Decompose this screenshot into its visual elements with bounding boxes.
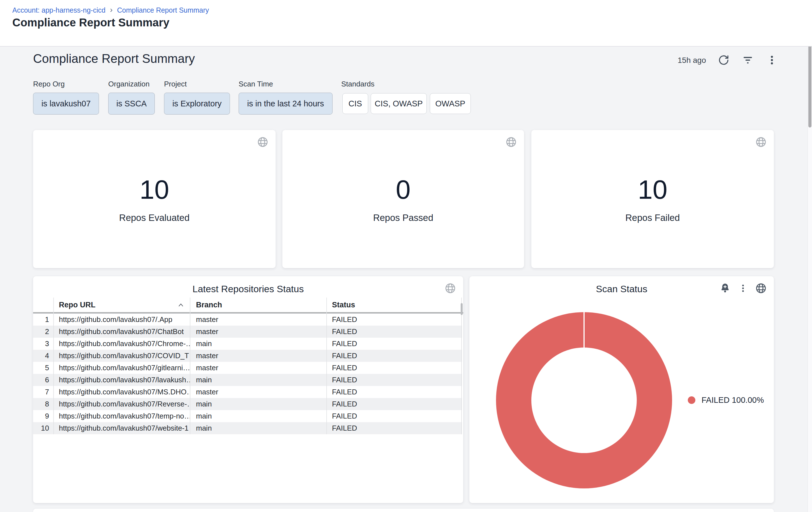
standards-option-cis-owasp[interactable]: CIS, OWASP: [371, 93, 427, 114]
tile-globe-button[interactable]: [755, 136, 767, 149]
tile-globe-button[interactable]: [257, 136, 269, 149]
stat-card-repos-failed: 10 Repos Failed: [531, 130, 774, 268]
breadcrumb-account-link[interactable]: Account: app-harness-ng-cicd: [12, 6, 106, 14]
globe-icon: [755, 136, 767, 149]
table-row[interactable]: 8https://github.com/lavakush07/Reverse-……: [33, 398, 462, 410]
filter-icon: [742, 54, 753, 66]
alert-bell-button[interactable]: [719, 282, 731, 295]
legend-item-failed[interactable]: FAILED 100.00%: [688, 396, 764, 405]
table-row[interactable]: 9https://github.com/lavakush07/temp-no…m…: [33, 410, 462, 422]
globe-icon: [505, 136, 517, 149]
scan-card-more-button[interactable]: [738, 282, 748, 295]
column-divider: [190, 298, 191, 434]
row-number-cell: 7: [33, 388, 54, 396]
column-divider: [53, 298, 54, 434]
refresh-icon: [718, 54, 729, 66]
table-row[interactable]: 2https://github.com/lavakush07/ChatBotma…: [33, 326, 462, 338]
globe-icon: [257, 136, 269, 149]
page-title: Compliance Report Summary: [12, 16, 169, 29]
kebab-menu-icon: [738, 284, 748, 294]
row-number-cell: 6: [33, 376, 54, 384]
breadcrumb: Account: app-harness-ng-cicd › Complianc…: [12, 6, 209, 14]
repo-url-cell: https://github.com/lavakush07/gitlearni…: [54, 363, 190, 372]
scan-status-card: Scan Status: [469, 276, 774, 503]
branch-cell: main: [190, 400, 327, 408]
stat-value: 10: [531, 175, 774, 204]
next-dashboard-card-partial: [33, 509, 774, 512]
filter-label-scan-time: Scan Time: [239, 80, 273, 88]
scan-status-donut-chart[interactable]: [496, 312, 672, 488]
table-row[interactable]: 5https://github.com/lavakush07/gitlearni…: [33, 362, 462, 374]
branch-cell: master: [190, 351, 327, 360]
globe-icon: [444, 282, 456, 295]
table-row[interactable]: 4https://github.com/lavakush07/COVID_T…m…: [33, 350, 462, 362]
table-scrollbar-thumb[interactable]: [461, 303, 463, 315]
branch-cell: main: [190, 376, 327, 384]
refresh-button[interactable]: [717, 54, 730, 67]
standards-option-cis[interactable]: CIS: [342, 93, 368, 114]
branch-cell: main: [190, 412, 327, 421]
row-number-cell: 8: [33, 400, 54, 408]
filter-chip-repo-org[interactable]: is lavakush07: [33, 92, 99, 114]
filter-label-project: Project: [164, 80, 187, 88]
row-number-cell: 10: [33, 424, 54, 433]
standards-option-owasp[interactable]: OWASP: [430, 93, 471, 114]
branch-cell: master: [190, 315, 327, 324]
dashboard-actions: 15h ago: [678, 54, 778, 67]
branch-cell: master: [190, 388, 327, 396]
tile-globe-button[interactable]: [444, 282, 457, 295]
branch-cell: master: [190, 327, 327, 336]
status-cell: FAILED: [327, 340, 462, 348]
repo-url-cell: https://github.com/lavakush07/Chrome-…: [54, 340, 190, 348]
column-divider: [461, 298, 462, 434]
breadcrumb-current-link[interactable]: Compliance Report Summary: [117, 6, 209, 14]
last-refreshed-label: 15h ago: [678, 56, 706, 65]
dashboard-filters-button[interactable]: [741, 54, 754, 67]
repo-url-cell: https://github.com/lavakush07/Reverse-…: [54, 400, 190, 408]
stat-value: 0: [282, 175, 524, 204]
status-cell: FAILED: [327, 400, 462, 408]
row-number-cell: 5: [33, 363, 54, 372]
status-cell: FAILED: [327, 412, 462, 421]
table-row[interactable]: 10https://github.com/lavakush07/website-…: [33, 422, 462, 434]
repo-url-cell: https://github.com/lavakush07/COVID_T…: [54, 351, 190, 360]
stat-card-repos-evaluated: 10 Repos Evaluated: [33, 130, 276, 268]
scan-card-actions: [719, 282, 767, 295]
status-cell: FAILED: [327, 327, 462, 336]
table-row[interactable]: 6https://github.com/lavakush07/lavakush……: [33, 374, 462, 386]
column-header-repo-url[interactable]: Repo URL: [54, 301, 190, 309]
filter-chip-project[interactable]: is Exploratory: [164, 92, 230, 114]
dashboard-more-button[interactable]: [765, 54, 778, 67]
column-header-branch[interactable]: Branch: [190, 301, 327, 309]
compliance-report-page: Account: app-harness-ng-cicd › Complianc…: [0, 0, 812, 512]
breadcrumb-separator-icon: ›: [110, 6, 112, 14]
status-cell: FAILED: [327, 388, 462, 396]
status-cell: FAILED: [327, 351, 462, 360]
filter-label-standards: Standards: [341, 80, 375, 88]
tile-globe-button[interactable]: [755, 282, 767, 295]
status-cell: FAILED: [327, 315, 462, 324]
filter-chip-scan-time[interactable]: is in the last 24 hours: [239, 92, 332, 114]
column-divider: [326, 298, 327, 434]
table-row[interactable]: 3https://github.com/lavakush07/Chrome-…m…: [33, 338, 462, 350]
status-cell: FAILED: [327, 363, 462, 372]
row-number-cell: 4: [33, 351, 54, 360]
stat-value: 10: [33, 175, 276, 204]
row-number-cell: 3: [33, 340, 54, 348]
stat-label: Repos Failed: [531, 213, 774, 223]
repo-url-cell: https://github.com/lavakush07/website-1: [54, 424, 190, 433]
page-header: Account: app-harness-ng-cicd › Complianc…: [0, 0, 812, 47]
dashboard-title: Compliance Report Summary: [33, 52, 195, 66]
table-row[interactable]: 7https://github.com/lavakush07/MS.DHO…ma…: [33, 386, 462, 398]
globe-icon: [755, 282, 767, 295]
page-scrollbar-thumb[interactable]: [808, 46, 811, 128]
table-row[interactable]: 1https://github.com/lavakush07/.Appmaste…: [33, 314, 462, 326]
column-header-label: Repo URL: [59, 301, 96, 309]
legend-color-dot: [688, 396, 695, 404]
filter-chip-organization[interactable]: is SSCA: [108, 92, 155, 114]
status-cell: FAILED: [327, 376, 462, 384]
repos-table-title: Latest Repositories Status: [33, 284, 463, 294]
row-number-cell: 9: [33, 412, 54, 421]
column-header-status[interactable]: Status: [327, 301, 462, 309]
tile-globe-button[interactable]: [505, 136, 517, 149]
